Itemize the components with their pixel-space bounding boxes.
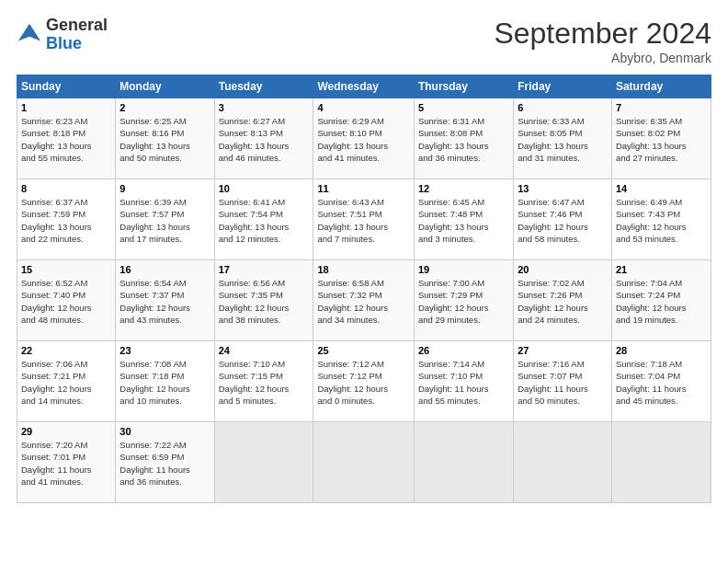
day-number: 21 [616,264,707,275]
day-number: 13 [518,183,608,194]
day-number: 23 [119,345,210,356]
day-number: 12 [418,183,509,194]
calendar-week-5: 29Sunrise: 7:20 AM Sunset: 7:01 PM Dayli… [17,422,711,503]
day-info: Sunrise: 7:08 AM Sunset: 7:18 PM Dayligh… [119,358,210,407]
day-number: 1 [21,102,111,113]
location: Abybro, Denmark [494,51,711,65]
day-info: Sunrise: 6:23 AM Sunset: 8:18 PM Dayligh… [21,115,111,164]
day-info: Sunrise: 6:43 AM Sunset: 7:51 PM Dayligh… [317,196,409,245]
day-info: Sunrise: 6:54 AM Sunset: 7:37 PM Dayligh… [119,277,210,326]
day-info: Sunrise: 6:37 AM Sunset: 7:59 PM Dayligh… [21,196,111,245]
calendar-week-1: 1Sunrise: 6:23 AM Sunset: 8:18 PM Daylig… [17,98,711,179]
day-number: 22 [21,345,111,356]
day-info: Sunrise: 7:02 AM Sunset: 7:26 PM Dayligh… [518,277,608,326]
day-number: 15 [21,264,111,275]
calendar-cell: 3Sunrise: 6:27 AM Sunset: 8:13 PM Daylig… [214,98,313,179]
calendar-cell: 15Sunrise: 6:52 AM Sunset: 7:40 PM Dayli… [17,260,116,341]
calendar-cell: 9Sunrise: 6:39 AM Sunset: 7:57 PM Daylig… [116,179,214,260]
calendar-cell: 17Sunrise: 6:56 AM Sunset: 7:35 PM Dayli… [214,260,313,341]
calendar-cell: 16Sunrise: 6:54 AM Sunset: 7:37 PM Dayli… [116,260,214,341]
calendar-cell [514,422,612,503]
day-info: Sunrise: 6:33 AM Sunset: 8:05 PM Dayligh… [518,115,608,164]
logo-blue: Blue [46,34,82,52]
calendar-cell: 7Sunrise: 6:35 AM Sunset: 8:02 PM Daylig… [611,98,711,179]
day-number: 26 [418,345,509,356]
col-sunday: Sunday [17,75,116,98]
calendar-cell: 11Sunrise: 6:43 AM Sunset: 7:51 PM Dayli… [313,179,414,260]
col-wednesday: Wednesday [313,75,414,98]
calendar-cell: 30Sunrise: 7:22 AM Sunset: 6:59 PM Dayli… [116,422,214,503]
day-info: Sunrise: 6:25 AM Sunset: 8:16 PM Dayligh… [119,115,210,164]
day-info: Sunrise: 6:35 AM Sunset: 8:02 PM Dayligh… [616,115,707,164]
svg-marker-0 [18,24,40,41]
calendar-cell: 23Sunrise: 7:08 AM Sunset: 7:18 PM Dayli… [116,341,214,422]
day-info: Sunrise: 6:41 AM Sunset: 7:54 PM Dayligh… [219,196,310,245]
calendar-table: Sunday Monday Tuesday Wednesday Thursday… [17,75,711,503]
day-number: 6 [518,102,608,113]
header: General Blue September 2024 Abybro, Denm… [17,17,711,65]
day-number: 10 [219,183,310,194]
calendar-cell: 8Sunrise: 6:37 AM Sunset: 7:59 PM Daylig… [17,179,116,260]
day-number: 19 [418,264,509,275]
col-tuesday: Tuesday [214,75,313,98]
day-info: Sunrise: 7:18 AM Sunset: 7:04 PM Dayligh… [616,358,707,407]
calendar-cell: 28Sunrise: 7:18 AM Sunset: 7:04 PM Dayli… [611,341,711,422]
calendar-cell [214,422,313,503]
calendar-cell: 25Sunrise: 7:12 AM Sunset: 7:12 PM Dayli… [313,341,414,422]
calendar-cell: 12Sunrise: 6:45 AM Sunset: 7:48 PM Dayli… [414,179,513,260]
calendar-cell: 24Sunrise: 7:10 AM Sunset: 7:15 PM Dayli… [214,341,313,422]
calendar-cell: 18Sunrise: 6:58 AM Sunset: 7:32 PM Dayli… [313,260,414,341]
calendar-week-4: 22Sunrise: 7:06 AM Sunset: 7:21 PM Dayli… [17,341,711,422]
day-info: Sunrise: 6:27 AM Sunset: 8:13 PM Dayligh… [219,115,310,164]
day-number: 9 [119,183,210,194]
logo-text: General Blue [46,17,108,53]
day-number: 4 [317,102,409,113]
day-number: 16 [119,264,210,275]
day-number: 24 [219,345,310,356]
calendar-cell: 6Sunrise: 6:33 AM Sunset: 8:05 PM Daylig… [514,98,612,179]
day-info: Sunrise: 6:58 AM Sunset: 7:32 PM Dayligh… [317,277,409,326]
day-info: Sunrise: 7:06 AM Sunset: 7:21 PM Dayligh… [21,358,111,407]
calendar-cell: 2Sunrise: 6:25 AM Sunset: 8:16 PM Daylig… [116,98,214,179]
calendar-week-3: 15Sunrise: 6:52 AM Sunset: 7:40 PM Dayli… [17,260,711,341]
day-number: 18 [317,264,409,275]
logo-icon [17,22,42,48]
day-number: 17 [219,264,310,275]
day-number: 5 [418,102,509,113]
logo-general: General [46,16,108,34]
day-number: 28 [616,345,707,356]
day-number: 11 [317,183,409,194]
day-info: Sunrise: 7:14 AM Sunset: 7:10 PM Dayligh… [418,358,509,407]
day-info: Sunrise: 6:47 AM Sunset: 7:46 PM Dayligh… [518,196,608,245]
day-info: Sunrise: 6:31 AM Sunset: 8:08 PM Dayligh… [418,115,509,164]
logo: General Blue [17,17,108,53]
day-info: Sunrise: 6:29 AM Sunset: 8:10 PM Dayligh… [317,115,409,164]
calendar-cell: 29Sunrise: 7:20 AM Sunset: 7:01 PM Dayli… [17,422,116,503]
calendar-cell: 4Sunrise: 6:29 AM Sunset: 8:10 PM Daylig… [313,98,414,179]
day-number: 7 [616,102,707,113]
day-number: 20 [518,264,608,275]
col-saturday: Saturday [611,75,711,98]
calendar-week-2: 8Sunrise: 6:37 AM Sunset: 7:59 PM Daylig… [17,179,711,260]
calendar-cell [611,422,711,503]
day-info: Sunrise: 7:20 AM Sunset: 7:01 PM Dayligh… [21,439,111,488]
col-monday: Monday [116,75,214,98]
calendar-cell: 21Sunrise: 7:04 AM Sunset: 7:24 PM Dayli… [611,260,711,341]
calendar-cell: 1Sunrise: 6:23 AM Sunset: 8:18 PM Daylig… [17,98,116,179]
day-info: Sunrise: 7:22 AM Sunset: 6:59 PM Dayligh… [119,439,210,488]
day-info: Sunrise: 6:52 AM Sunset: 7:40 PM Dayligh… [21,277,111,326]
calendar-cell [313,422,414,503]
day-info: Sunrise: 7:04 AM Sunset: 7:24 PM Dayligh… [616,277,707,326]
day-number: 25 [317,345,409,356]
col-thursday: Thursday [414,75,513,98]
day-info: Sunrise: 7:16 AM Sunset: 7:07 PM Dayligh… [518,358,608,407]
day-number: 30 [119,426,210,437]
day-info: Sunrise: 6:45 AM Sunset: 7:48 PM Dayligh… [418,196,509,245]
calendar-cell: 22Sunrise: 7:06 AM Sunset: 7:21 PM Dayli… [17,341,116,422]
day-number: 27 [518,345,608,356]
day-info: Sunrise: 6:56 AM Sunset: 7:35 PM Dayligh… [219,277,310,326]
calendar-cell: 19Sunrise: 7:00 AM Sunset: 7:29 PM Dayli… [414,260,513,341]
day-info: Sunrise: 7:12 AM Sunset: 7:12 PM Dayligh… [317,358,409,407]
day-info: Sunrise: 6:49 AM Sunset: 7:43 PM Dayligh… [616,196,707,245]
header-row: Sunday Monday Tuesday Wednesday Thursday… [17,75,711,98]
